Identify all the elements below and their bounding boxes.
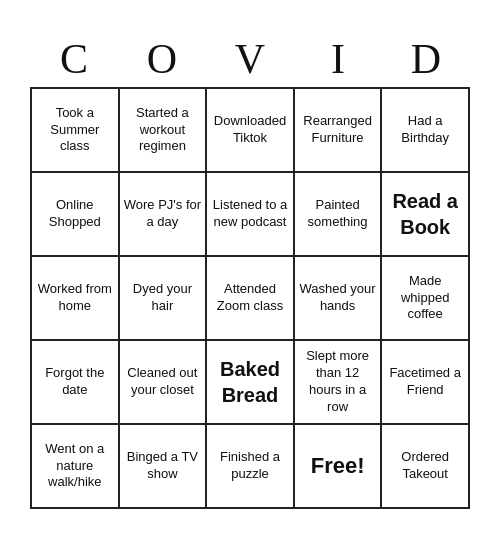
bingo-cell: Finished a puzzle bbox=[207, 425, 295, 509]
bingo-cell: Wore PJ's for a day bbox=[120, 173, 208, 257]
header-letter: V bbox=[208, 35, 292, 83]
header-letter: I bbox=[296, 35, 380, 83]
bingo-cell: Baked Bread bbox=[207, 341, 295, 425]
bingo-header: COVID bbox=[30, 35, 470, 83]
bingo-cell: Dyed your hair bbox=[120, 257, 208, 341]
bingo-cell: Washed your hands bbox=[295, 257, 383, 341]
bingo-cell: Started a workout regimen bbox=[120, 89, 208, 173]
bingo-cell: Read a Book bbox=[382, 173, 470, 257]
bingo-cell: Downloaded Tiktok bbox=[207, 89, 295, 173]
bingo-cell: Went on a nature walk/hike bbox=[32, 425, 120, 509]
bingo-cell: Had a Birthday bbox=[382, 89, 470, 173]
bingo-cell: Ordered Takeout bbox=[382, 425, 470, 509]
bingo-cell: Facetimed a Friend bbox=[382, 341, 470, 425]
bingo-cell: Online Shopped bbox=[32, 173, 120, 257]
bingo-cell: Listened to a new podcast bbox=[207, 173, 295, 257]
bingo-cell: Made whipped coffee bbox=[382, 257, 470, 341]
bingo-card: COVID Took a Summer classStarted a worko… bbox=[20, 25, 480, 519]
bingo-cell: Worked from home bbox=[32, 257, 120, 341]
bingo-cell: Painted something bbox=[295, 173, 383, 257]
bingo-cell: Binged a TV show bbox=[120, 425, 208, 509]
header-letter: O bbox=[120, 35, 204, 83]
bingo-cell: Took a Summer class bbox=[32, 89, 120, 173]
bingo-cell: Cleaned out your closet bbox=[120, 341, 208, 425]
bingo-cell: Rearranged Furniture bbox=[295, 89, 383, 173]
bingo-cell: Attended Zoom class bbox=[207, 257, 295, 341]
bingo-cell: Free! bbox=[295, 425, 383, 509]
bingo-cell: Forgot the date bbox=[32, 341, 120, 425]
bingo-grid: Took a Summer classStarted a workout reg… bbox=[30, 87, 470, 509]
header-letter: C bbox=[32, 35, 116, 83]
bingo-cell: Slept more than 12 hours in a row bbox=[295, 341, 383, 425]
header-letter: D bbox=[384, 35, 468, 83]
